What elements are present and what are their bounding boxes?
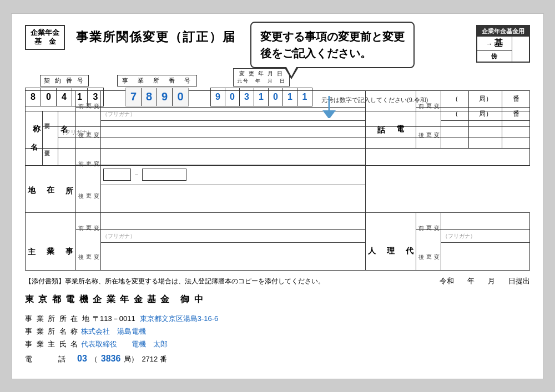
denwa-before-left[interactable]: （ — [441, 90, 469, 107]
balloon-arrow — [322, 96, 336, 120]
jigyoshu-furi-row: 変更後 （フリガナ） 変更後 （フリガナ） — [26, 229, 530, 242]
postal-box[interactable] — [103, 169, 131, 181]
jigyoshu-after-input[interactable] — [101, 242, 366, 270]
keiyaku-d5: 3 — [88, 88, 103, 106]
shozai-before-tag: 変更前 — [76, 148, 101, 165]
jigyoshu-after-tag: 変更後 — [76, 229, 101, 270]
date-d2: 0 — [225, 88, 240, 106]
meisho-v-label: 名 — [28, 135, 40, 140]
keiyaku-d2: 0 — [41, 88, 57, 106]
company-name-text: 株式会社 湯島電機 — [81, 325, 146, 338]
jigyoshu-before-input[interactable] — [101, 212, 366, 229]
meisho-after-tag: 変更後 — [76, 107, 101, 148]
denwa-after-kyoku2 — [469, 120, 502, 148]
tel-kyoku: 局） — [124, 353, 138, 365]
denwa-after-ban[interactable]: 番 — [502, 107, 530, 120]
furi-hint-meisho: （フリガナ） — [102, 111, 135, 117]
top-right-title: 企業年金基金用 — [477, 26, 529, 37]
dairi-label: 代理人 — [366, 212, 416, 270]
jigyoshu-after-row — [26, 242, 530, 259]
address-input-group: － — [103, 169, 363, 181]
address-label: 事 業 所 所 在 地 — [25, 312, 90, 325]
address-postal: 〒113－0011 — [93, 312, 135, 325]
jigyoshu-before-row: 事業主 変更前 代理人 変更前 — [26, 212, 530, 229]
jigyoshu-before-tag: 変更前 — [76, 212, 101, 229]
spacer5 — [502, 148, 530, 212]
rep-row: 事 業 主 氏 名 代表取締役 電機 太郎 — [25, 338, 530, 350]
keiyaku-digits: 8 0 4 1 3 — [25, 88, 104, 106]
date-d7: 1 — [297, 88, 312, 106]
top-right-num: 傍 — [477, 51, 512, 62]
tel-row-company: 電 話 03 （ 3836 局） 2712 番 — [25, 351, 530, 367]
shozai-after-input[interactable] — [101, 185, 366, 212]
shozai-before-row: 所在地 変更前 — [26, 148, 530, 165]
furi-hint-jigyoshu: （フリガナ） — [102, 233, 135, 239]
denwa-after-kyoku[interactable]: 局） — [469, 107, 502, 120]
rep-label: 事 業 主 氏 名 — [25, 338, 79, 350]
balloon-line1: 変更する事項の変更前と変更 — [260, 28, 405, 45]
jigyosho-d2: 8 — [142, 88, 157, 106]
jigyosho-d4: 0 — [173, 88, 188, 106]
furi-hint-dairi: （フリガナ） — [442, 233, 476, 239]
dairi-after-tag: 変更後 — [416, 229, 441, 270]
furigana-placeholder: （フリガナ） — [59, 129, 93, 135]
date-d6: 1 — [283, 88, 297, 106]
dairi-furi-input[interactable]: （フリガナ） — [441, 229, 530, 242]
meisho-after-input[interactable] — [101, 120, 366, 148]
tooltip-balloon: 変更する事項の変更前と変更 後をご記入ください。 — [250, 22, 415, 68]
keiyaku-label: 契 約 番 号 — [40, 75, 89, 86]
kikin-box: 企業年金 基 金 — [25, 25, 65, 50]
jigyoshu-label: 事業主 — [26, 212, 76, 270]
dairi-before-input[interactable] — [441, 212, 530, 229]
shozai-address-input[interactable]: － — [101, 165, 366, 185]
jigyosho-d1: 7 — [126, 88, 142, 106]
footer-note-row: 【添付書類】事業所名称、所在地を変更する場合は、法人登記簿謄本のコピーを添付して… — [25, 276, 530, 286]
jigyosho-label: 事 業 所 番 号 — [117, 75, 197, 86]
address-row: 事 業 所 所 在 地 〒113－0011 東京都文京区湯島3-16-6 — [25, 312, 530, 325]
nichi-text: 日提出 — [508, 276, 530, 286]
kikin-line1: 企業年金 — [31, 28, 59, 38]
company-info: 事 業 所 所 在 地 〒113－0011 東京都文京区湯島3-16-6 事 業… — [25, 312, 530, 367]
dairi-after-input[interactable] — [441, 242, 530, 270]
keiyaku-d3: 4 — [57, 88, 72, 106]
header-left: 企業年金 基 金 事業所関係変更（訂正）届 — [25, 25, 236, 50]
jigyoshu-furi-input[interactable]: （フリガナ） — [101, 229, 366, 242]
company-name-row: 事 業 所 名 称 株式会社 湯島電機 — [25, 325, 530, 338]
date-submit: 令和 年 月 日提出 — [440, 276, 530, 286]
meisho-furigana-row: 変更後 （フリガナ） 変更後 （ 局） 番 — [26, 107, 530, 120]
gengou-note: 元号は数字で記入してください(9.令和) — [321, 96, 428, 106]
addr-box2[interactable] — [142, 169, 186, 181]
tel-num3: 3836 — [101, 351, 121, 367]
denwa-before-ban[interactable]: 番 — [502, 90, 530, 107]
tel-num4: 2712 番 — [142, 353, 167, 365]
main-page: 企業年金 基 金 事業所関係変更（訂正）届 企業年金基金用 → 基 傍 変更する… — [11, 13, 544, 379]
nen-text: 年 — [467, 276, 475, 286]
gengou-text: 令和 — [440, 276, 454, 286]
keiyaku-d4: 1 — [72, 88, 88, 106]
denwa-after-left[interactable]: （ — [441, 107, 469, 120]
dairi-before-tag: 変更前 — [416, 212, 441, 229]
date-label-line2: 元号 年 月 日 — [237, 78, 286, 85]
date-d4: 1 — [254, 88, 269, 106]
shozai-after-tag: 変更後 — [76, 165, 101, 212]
tel-num1: 03 — [77, 351, 87, 367]
company-name-label: 事 業 所 名 称 — [25, 325, 79, 338]
date-label-line1: 変 更 年 月 日 — [237, 70, 286, 78]
top-right-box: 企業年金基金用 → 基 傍 — [476, 25, 530, 63]
date-d1: 9 — [211, 88, 225, 106]
denwa-after-left2 — [441, 120, 469, 148]
spacer3 — [441, 148, 469, 212]
svg-marker-1 — [322, 110, 336, 118]
main-title: 事業所関係変更（訂正）届 — [76, 29, 236, 45]
balloon-line2: 後をご記入ください。 — [260, 45, 405, 62]
shozai-label: 所在地 — [26, 148, 76, 212]
date-label: 変 更 年 月 日 元号 年 月 日 — [233, 68, 290, 86]
date-d3: 3 — [240, 88, 254, 106]
tsuki-text: 月 — [488, 276, 495, 286]
keiyaku-d1: 8 — [26, 88, 41, 106]
kikin-line2: 基 金 — [31, 37, 59, 47]
footer-section: 【添付書類】事業所名称、所在地を変更する場合は、法人登記簿謄本のコピーを添付して… — [25, 276, 530, 367]
shozai-before-input[interactable] — [101, 148, 366, 165]
denwa-before-kyoku[interactable]: 局） — [469, 90, 502, 107]
tel-label-company: 電 話 — [25, 353, 75, 365]
